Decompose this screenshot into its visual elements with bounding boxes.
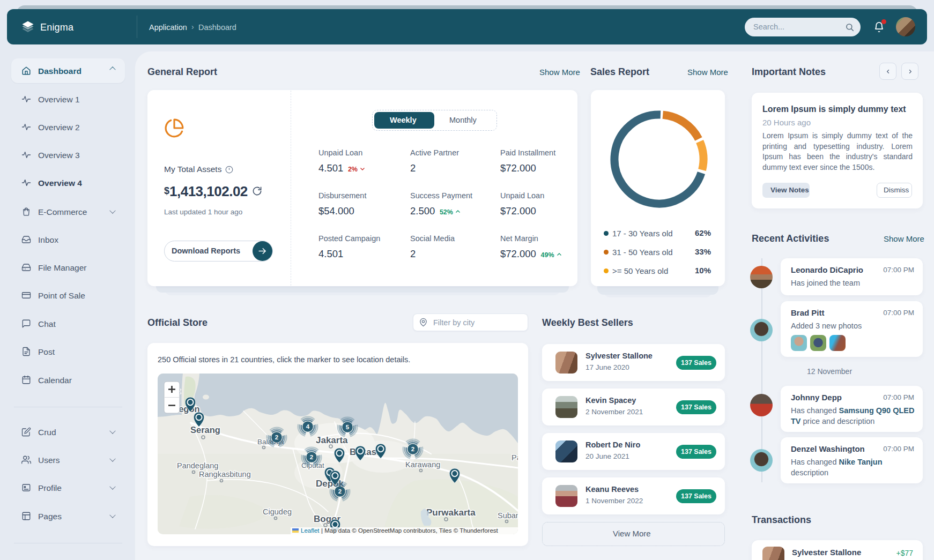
- svg-text:4: 4: [306, 423, 310, 430]
- svg-text:Karawang: Karawang: [405, 460, 440, 469]
- svg-text:2: 2: [338, 488, 342, 495]
- svg-text:Pandeglang: Pandeglang: [177, 461, 218, 470]
- svg-text:2: 2: [275, 434, 278, 440]
- svg-text:5: 5: [346, 424, 350, 430]
- svg-text:Rangkasbitung: Rangkasbitung: [199, 470, 251, 479]
- svg-text:Pama: Pama: [512, 453, 518, 462]
- svg-text:2: 2: [411, 446, 414, 452]
- svg-text:Serang: Serang: [190, 425, 220, 435]
- svg-text:Jakarta: Jakarta: [316, 435, 348, 445]
- svg-text:Subang: Subang: [498, 511, 518, 520]
- svg-text:| Map data © OpenStreetMap con: | Map data © OpenStreetMap contributors,…: [321, 527, 499, 534]
- svg-text:Cigudeg: Cigudeg: [263, 507, 292, 516]
- svg-text:2: 2: [310, 454, 313, 460]
- svg-text:Leaflet: Leaflet: [301, 527, 320, 534]
- svg-text:Purwakarta: Purwakarta: [426, 507, 476, 518]
